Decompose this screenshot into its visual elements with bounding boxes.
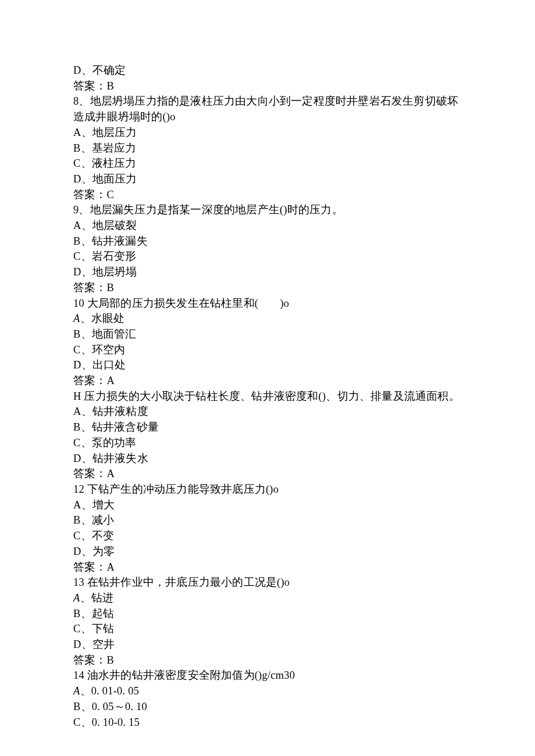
q14-stem: 14 油水井的钻井液密度安全附加值为()g/cm30 xyxy=(73,668,462,683)
q14-option-c: C、0. 10-0. 15 xyxy=(73,715,462,730)
q14-option-a-letter: A xyxy=(73,685,80,697)
q12-answer: 答案：A xyxy=(73,560,462,575)
q11-option-a: A、钻井液粘度 xyxy=(73,404,462,420)
q10-answer: 答案：A xyxy=(73,373,462,389)
q13-option-c: C、下钻 xyxy=(73,621,462,637)
q14-option-a-text: 、0. 01-0. 05 xyxy=(80,685,140,697)
q10-option-a-letter: A xyxy=(73,313,80,324)
q13-option-a-letter: A xyxy=(73,592,80,604)
q13-option-a: A、钻进 xyxy=(73,590,462,606)
q11-answer: 答案：A xyxy=(73,466,462,482)
q8-option-b: B、基岩应力 xyxy=(73,141,462,156)
q11-option-b: B、钻井液含砂量 xyxy=(73,420,462,435)
q12-option-b: B、减小 xyxy=(73,513,462,528)
q11-stem: H 压力损失的大小取决于钻柱长度、钻井液密度和()、切力、排量及流通面积。 xyxy=(73,389,462,404)
q10-option-d: D、出口处 xyxy=(73,357,462,373)
prev-question-option-d: D、不确定 xyxy=(73,63,462,78)
q13-option-b: B、起钻 xyxy=(73,606,462,622)
q13-answer: 答案：B xyxy=(73,653,462,668)
q9-option-a: A、地层破裂 xyxy=(73,218,462,234)
q12-option-d: D、为零 xyxy=(73,544,462,560)
q13-option-a-text: 、钻进 xyxy=(80,592,114,604)
q8-option-a: A、地层压力 xyxy=(73,125,462,141)
q10-option-b: B、地面管汇 xyxy=(73,327,462,342)
q10-stem: 10 大局部的压力损失发生在钻柱里和( )o xyxy=(73,296,462,311)
q9-option-b: B、钻井液漏失 xyxy=(73,234,462,249)
q9-stem: 9、地层漏失压力是指某一深度的地层产生()时的压力。 xyxy=(73,202,462,218)
q9-option-d: D、地层坍塌 xyxy=(73,264,462,280)
q9-option-c: C、岩石变形 xyxy=(73,249,462,264)
q13-option-d: D、空井 xyxy=(73,637,462,653)
q10-option-a: A、水眼处 xyxy=(73,311,462,327)
q13-stem: 13 在钻井作业中，井底压力最小的工况是()o xyxy=(73,575,462,590)
q8-stem: 8、地层坍塌压力指的是液柱压力由大向小到一定程度时井壁岩石发生剪切破坏造成井眼坍… xyxy=(73,94,462,124)
q11-option-d: D、钻井液失水 xyxy=(73,451,462,467)
q10-option-a-text: 、水眼处 xyxy=(80,313,125,324)
q8-option-d: D、地面压力 xyxy=(73,171,462,187)
q14-option-a: A、0. 01-0. 05 xyxy=(73,683,462,699)
q12-stem: 12 下钻产生的冲动压力能导致井底压力()o xyxy=(73,482,462,497)
q11-option-c: C、泵的功率 xyxy=(73,435,462,451)
q9-answer: 答案：B xyxy=(73,280,462,296)
q12-option-c: C、不变 xyxy=(73,528,462,544)
q8-option-c: C、液柱压力 xyxy=(73,156,462,171)
q8-answer: 答案：C xyxy=(73,187,462,203)
q14-option-b: B、0. 05～0. 10 xyxy=(73,699,462,715)
prev-question-answer: 答案：B xyxy=(73,78,462,94)
q12-option-a: A、增大 xyxy=(73,497,462,513)
q10-option-c: C、环空内 xyxy=(73,342,462,358)
